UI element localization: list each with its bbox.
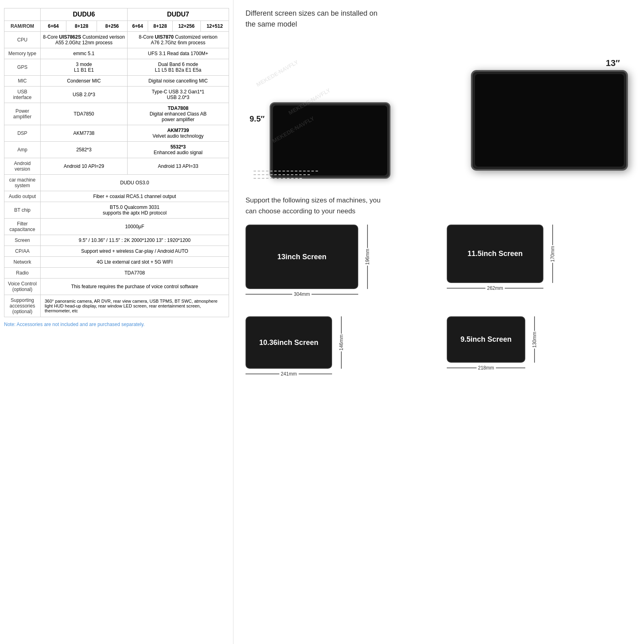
top-description: Different screen sizes can be installed … — [246, 8, 632, 30]
deco-lines — [254, 171, 318, 179]
spec-dudu7-value-5: TDA7808 Digital enhanced Class AB power … — [127, 103, 229, 125]
screen-size-item-3: 9.5inch Screen130mm218mm — [447, 316, 632, 386]
right-dim-text-1: 170mm — [549, 245, 556, 263]
spec-dudu6-value-8: Android 10 API=29 — [41, 158, 128, 175]
spec-label-2: GPS — [4, 59, 41, 76]
spec-label-18: Supporting accessories (optional) — [4, 295, 41, 317]
right-dim-2: 146mm — [335, 316, 347, 369]
spec-label-16: Radio — [4, 268, 41, 279]
screen-size-item-1: 11.5inch Screen170mm262mm — [447, 225, 632, 307]
screen-device-small — [270, 102, 390, 179]
right-dim-0: 196mm — [361, 225, 374, 289]
screen-box-label-3: 9.5inch Screen — [460, 335, 512, 344]
spec-dudu7-value-0: 8-Core UIS7870 Customized verison A76 2.… — [127, 32, 229, 48]
dudu7-header: DUDU7 — [127, 8, 229, 21]
spec-label-8: Android version — [4, 158, 41, 175]
spec-dudu6-value-6: AKM7738 — [41, 125, 128, 142]
spec-dudu7-value-4: Type-C USB 3.2 Gan1*1 USB 2.0*3 — [127, 87, 229, 103]
spec-dudu7-value-3: Digital noise cancelling MIC — [127, 76, 229, 87]
screen-display-small — [273, 105, 387, 175]
right-dim-3: 130mm — [528, 316, 541, 363]
spec-dudu6-value-3: Condenser MIC — [41, 76, 128, 87]
variant-12-512-d7: 12+512 — [200, 21, 229, 32]
spec-span-value-11: BT5.0 Qualcomm 3031 supports the aptx HD… — [41, 202, 229, 219]
spec-table-panel: DUDU6 DUDU7 RAM/ROM 6+64 8+128 8+256 6+6… — [0, 0, 233, 644]
right-dim-1: 170mm — [547, 225, 559, 283]
spec-label-11: BT chip — [4, 202, 41, 219]
dudu6-header: DUDU6 — [41, 8, 128, 21]
screen-size-item-0: 13inch Screen196mm304mm — [246, 225, 431, 307]
right-dim-text-0: 196mm — [364, 248, 371, 266]
spec-label-15: Network — [4, 257, 41, 268]
screen-size-item-2: 10.36inch Screen146mm241mm — [246, 316, 431, 386]
spec-dudu6-value-1: emmc 5.1 — [41, 48, 128, 59]
screen-display-large — [475, 74, 624, 167]
spec-label-0: CPU — [4, 32, 41, 48]
spec-label-9: car machine system — [4, 175, 41, 191]
screen-device-large — [471, 70, 628, 171]
spec-span-value-18: 360° panoramic camera, AR DVR, rear view… — [41, 295, 229, 317]
right-dim-text-2: 146mm — [338, 334, 345, 351]
screens-comparison-area: MEKEDE·NAVFLY MEKEDE·NAVFLY MEKEDE·NAVFL… — [246, 38, 632, 187]
spec-span-value-9: DUDU OS3.0 — [41, 175, 229, 191]
bottom-dim-text-1: 262mm — [485, 285, 505, 291]
spec-label-3: MIC — [4, 76, 41, 87]
spec-label-14: CP/AA — [4, 246, 41, 257]
spec-span-value-17: This feature requires the purchase of vo… — [41, 279, 229, 295]
bottom-description: Support the following sizes of machines,… — [246, 195, 632, 217]
spec-label-4: USB interface — [4, 87, 41, 103]
variant-8-128-d7: 8+128 — [148, 21, 173, 32]
note-text: Note: Accessories are not included and a… — [4, 320, 229, 328]
spec-label-13: Screen — [4, 235, 41, 246]
variant-8-128-d6: 8+128 — [66, 21, 97, 32]
screen-13-label: 13″ — [606, 58, 620, 68]
spec-label-6: DSP — [4, 125, 41, 142]
spec-label-7: Amp — [4, 142, 41, 158]
watermark1: MEKEDE·NAVFLY — [255, 59, 299, 88]
spec-dudu6-value-0: 8-Core UIS7862S Customized verison A55 2… — [41, 32, 128, 48]
bottom-dim-text-3: 218mm — [477, 365, 496, 371]
bottom-dim-text-0: 304mm — [292, 291, 312, 297]
screen-box-3: 9.5inch Screen — [447, 316, 525, 363]
screen-sizes-grid: 13inch Screen196mm304mm11.5inch Screen17… — [246, 225, 632, 386]
screen-box-label-2: 10.36inch Screen — [259, 339, 318, 347]
screens-grid: 13inch Screen196mm304mm11.5inch Screen17… — [246, 225, 632, 386]
spec-dudu6-value-5: TDA7850 — [41, 103, 128, 125]
spec-label-1: Memory type — [4, 48, 41, 59]
spec-dudu6-value-2: 3 mode L1 B1 E1 — [41, 59, 128, 76]
spec-dudu7-value-6: AKM7739 Velvet audio technology — [127, 125, 229, 142]
variant-6-64-d6: 6+64 — [41, 21, 66, 32]
ramrom-label: RAM/ROM — [4, 21, 41, 32]
spec-span-value-12: 10000μF — [41, 219, 229, 235]
variant-8-256-d6: 8+256 — [97, 21, 127, 32]
spec-span-value-13: 9.5″ / 10.36″ / 11.5″ : 2K 2000*1200 13″… — [41, 235, 229, 246]
screen-box-2: 10.36inch Screen — [246, 316, 332, 369]
spec-label-17: Voice Control (optional) — [4, 279, 41, 295]
bottom-dim-1: 262mm — [447, 285, 543, 291]
screen-9-5-label: 9.5″ — [250, 114, 264, 124]
spec-span-value-10: Fiber + coaxial RCA5.1 channel output — [41, 191, 229, 202]
bottom-dim-0: 304mm — [246, 291, 358, 297]
screen-box-label-1: 11.5inch Screen — [467, 250, 522, 258]
spec-dudu6-value-7: 2582*3 — [41, 142, 128, 158]
screen-box-1: 11.5inch Screen — [447, 225, 543, 283]
spec-dudu6-value-4: USB 2.0*3 — [41, 87, 128, 103]
screen-box-0: 13inch Screen — [246, 225, 358, 289]
right-panel: Different screen sizes can be installed … — [233, 0, 644, 644]
variant-12-256-d7: 12+256 — [172, 21, 200, 32]
spec-dudu7-value-7: 5532*3 Enhanced audio signal — [127, 142, 229, 158]
spec-label-10: Audio output — [4, 191, 41, 202]
spec-label-5: Power amplifier — [4, 103, 41, 125]
spec-dudu7-value-1: UFS 3.1 Read data 1700M+ — [127, 48, 229, 59]
spec-dudu7-value-8: Android 13 API=33 — [127, 158, 229, 175]
bottom-dim-2: 241mm — [246, 371, 332, 377]
empty-header — [4, 8, 41, 21]
variant-6-64-d7: 6+64 — [127, 21, 148, 32]
bottom-dim-3: 218mm — [447, 365, 525, 371]
right-dim-text-3: 130mm — [531, 331, 538, 349]
spec-span-value-16: TDA7708 — [41, 268, 229, 279]
spec-dudu7-value-2: Dual Band 6 mode L1 L5 B1 B2a E1 E5a — [127, 59, 229, 76]
spec-span-value-14: Support wired + wireless Car-play / Andr… — [41, 246, 229, 257]
bottom-dim-text-2: 241mm — [279, 371, 299, 377]
screen-box-label-0: 13inch Screen — [277, 253, 326, 261]
